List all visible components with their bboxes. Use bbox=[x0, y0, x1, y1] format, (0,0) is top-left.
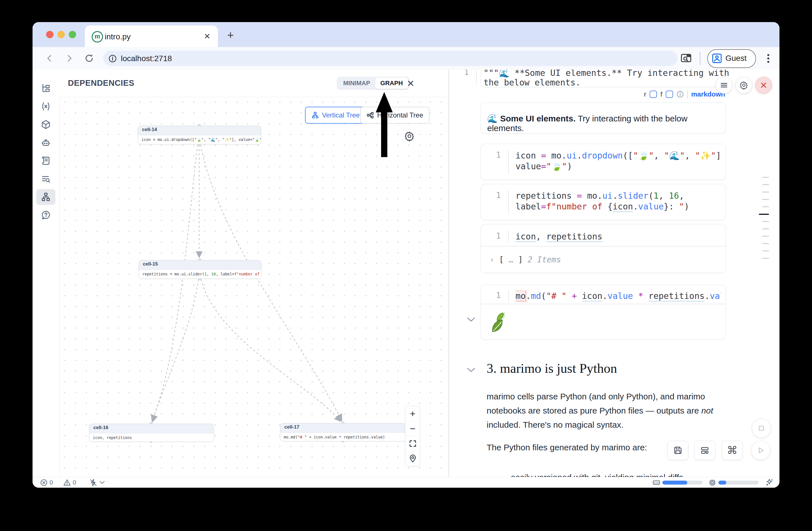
chevron-down-icon bbox=[99, 480, 105, 485]
gutter-line bbox=[476, 70, 477, 84]
gutter-line bbox=[508, 231, 509, 243]
layout-button[interactable] bbox=[694, 441, 715, 460]
cpu-usage[interactable] bbox=[708, 477, 758, 488]
tuple-output[interactable]: › [ … ] 2 Items bbox=[490, 255, 721, 265]
new-tab-button[interactable]: + bbox=[227, 29, 234, 42]
traffic-minimize-button[interactable] bbox=[57, 31, 65, 38]
r-checkbox[interactable] bbox=[650, 90, 657, 98]
rail-mark[interactable] bbox=[762, 192, 769, 192]
warnings-icon bbox=[63, 479, 71, 487]
node-title: cell-17 bbox=[280, 424, 406, 433]
md-expression-cell[interactable]: 1 mo.md("# " + icon.value * repetitions.… bbox=[481, 285, 726, 340]
notebook-area: 1 """🌊 **Some UI elements.** Try interac… bbox=[449, 70, 780, 488]
profile-label: Guest bbox=[725, 54, 746, 63]
prose-line: notebooks are stored as pure Python file… bbox=[487, 406, 713, 416]
site-info-icon[interactable] bbox=[108, 54, 117, 63]
graph-settings-gear-icon[interactable] bbox=[404, 131, 415, 142]
tuple-code-cell[interactable]: 1 icon, repetitions › [ … ] 2 Items bbox=[481, 224, 726, 273]
slider-code-cell[interactable]: 1 repetitions = mo.ui.slider(1, 16, labe… bbox=[481, 184, 726, 220]
stop-button[interactable] bbox=[752, 419, 771, 438]
settings-button[interactable] bbox=[735, 77, 752, 94]
warning-count[interactable]: 0 bbox=[63, 477, 76, 488]
runtime-config-button[interactable] bbox=[89, 477, 105, 488]
rail-mark-active[interactable] bbox=[759, 214, 769, 215]
zoom-in-button[interactable]: + bbox=[405, 406, 420, 421]
browser-menu-icon[interactable] bbox=[765, 53, 771, 64]
node-title: cell-14 bbox=[138, 126, 261, 135]
graph-node-cell-14[interactable]: cell-14 icon = mo.ui.dropdown(["🍃", "🌊",… bbox=[138, 126, 261, 144]
rail-mark[interactable] bbox=[762, 258, 769, 259]
rail-mark[interactable] bbox=[762, 250, 769, 252]
fit-view-button[interactable] bbox=[405, 436, 420, 451]
profile-button[interactable]: Guest bbox=[707, 49, 756, 68]
variables-icon[interactable] bbox=[36, 99, 56, 114]
tab-close-icon[interactable]: ✕ bbox=[204, 32, 211, 41]
fit-view-icon bbox=[408, 439, 417, 448]
code-line[interactable]: label=f"number of {icon.value}: ") bbox=[516, 201, 721, 212]
warning-count-value: 0 bbox=[73, 479, 76, 486]
url-bar[interactable]: localhost:2718 bbox=[103, 51, 678, 66]
dropdown-code-cell[interactable]: 1 icon = mo.ui.dropdown(["🍃", "🌊", "✨"],… bbox=[481, 144, 726, 180]
rail-mark[interactable] bbox=[762, 236, 769, 236]
ai-feature-button[interactable] bbox=[765, 477, 774, 488]
panel-title: DEPENDENCIES bbox=[68, 78, 134, 88]
ai-assistant-icon[interactable] bbox=[36, 135, 56, 150]
collapse-chevron-icon[interactable] bbox=[466, 316, 476, 323]
packages-icon[interactable] bbox=[36, 117, 56, 132]
prose-line: marimo cells parse Python (and only Pyth… bbox=[487, 392, 705, 401]
logs-icon[interactable] bbox=[36, 153, 56, 169]
snippets-search-icon[interactable] bbox=[36, 171, 56, 187]
locate-button[interactable] bbox=[405, 451, 420, 466]
graph-node-cell-16[interactable]: cell-16 icon, repetitions bbox=[89, 424, 214, 442]
error-count[interactable]: 0 bbox=[40, 477, 53, 488]
panel-close-icon[interactable]: ✕ bbox=[407, 78, 415, 89]
back-icon[interactable] bbox=[44, 53, 55, 63]
section-heading: 3. marimo is just Python bbox=[487, 361, 617, 376]
search-tabs-icon[interactable] bbox=[680, 52, 692, 64]
section-chevron-icon[interactable] bbox=[466, 367, 476, 373]
node-title: cell-16 bbox=[89, 424, 214, 433]
toolbar-divider bbox=[700, 52, 700, 65]
gutter-line bbox=[508, 150, 509, 174]
graph-node-cell-15[interactable]: cell-15 repetitions = mo.ui.slider(1, 16… bbox=[139, 260, 261, 279]
shutdown-button[interactable] bbox=[755, 77, 772, 94]
rail-mark[interactable] bbox=[762, 206, 769, 207]
minimap-toggle[interactable]: MINIMAP bbox=[338, 77, 375, 89]
keyboard-shortcuts-button[interactable]: ⌘ bbox=[722, 441, 743, 460]
info-icon[interactable] bbox=[677, 90, 684, 98]
zoom-out-button[interactable]: − bbox=[405, 421, 420, 436]
url-text: localhost:2718 bbox=[121, 54, 172, 63]
code-line[interactable]: mo.md("# " + icon.value * repetitions.va… bbox=[516, 291, 721, 301]
horizontal-tree-button[interactable]: Horizontal Tree bbox=[360, 107, 430, 124]
code-line[interactable]: icon = mo.ui.dropdown(["🍃", "🌊", "✨"], bbox=[516, 150, 721, 161]
graph-node-cell-17[interactable]: cell-17 mo.md("# " + icon.value * repeti… bbox=[280, 423, 407, 441]
code-line[interactable]: icon, repetitions bbox=[516, 231, 721, 242]
browser-tab[interactable]: m intro.py ✕ bbox=[85, 26, 218, 47]
f-checkbox[interactable] bbox=[666, 90, 673, 98]
rail-mark[interactable] bbox=[762, 199, 769, 200]
notebook-menu-button[interactable] bbox=[715, 77, 733, 94]
dependency-graph-icon[interactable] bbox=[36, 189, 56, 205]
file-explorer-icon[interactable] bbox=[36, 81, 56, 96]
reload-icon[interactable] bbox=[84, 53, 94, 63]
autorun-disabled-icon bbox=[89, 478, 98, 487]
vertical-tree-button[interactable]: Vertical Tree bbox=[305, 107, 366, 124]
f-toggle-label: f bbox=[661, 90, 662, 98]
forward-icon[interactable] bbox=[64, 53, 74, 63]
code-line[interactable]: repetitions = mo.ui.slider(1, 16, bbox=[516, 190, 721, 201]
rail-mark[interactable] bbox=[762, 228, 769, 229]
memory-usage[interactable] bbox=[652, 477, 702, 488]
graph-toggle[interactable]: GRAPH bbox=[375, 77, 408, 89]
rail-mark[interactable] bbox=[762, 221, 769, 222]
code-line[interactable]: value="🍃") bbox=[516, 161, 721, 172]
rail-mark[interactable] bbox=[762, 184, 769, 185]
status-bar: 0 0 bbox=[32, 477, 780, 488]
traffic-zoom-button[interactable] bbox=[69, 31, 76, 38]
rail-mark[interactable] bbox=[762, 243, 769, 244]
help-icon[interactable] bbox=[36, 207, 56, 223]
markdown-output-cell: 🌊 Some UI elements. Try interacting with… bbox=[481, 102, 726, 133]
save-button[interactable] bbox=[667, 441, 688, 460]
traffic-close-button[interactable] bbox=[46, 31, 54, 38]
run-button[interactable] bbox=[751, 441, 770, 460]
rail-mark[interactable] bbox=[762, 177, 769, 178]
